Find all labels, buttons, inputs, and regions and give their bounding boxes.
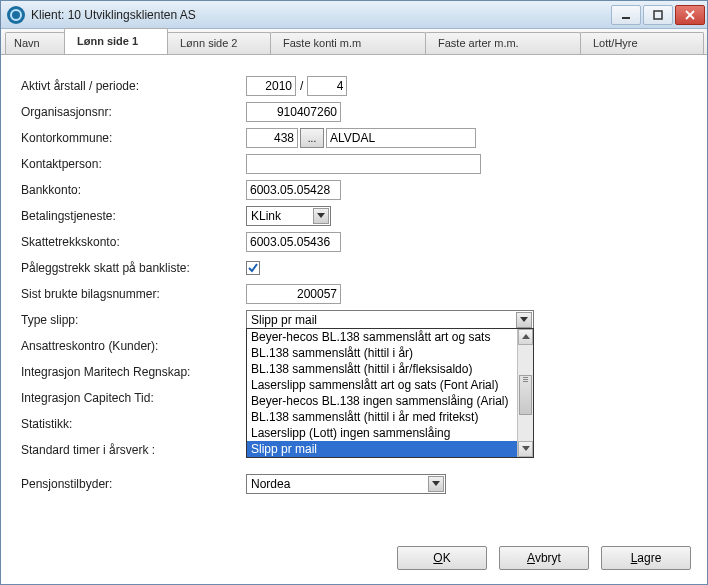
chevron-down-icon	[428, 476, 444, 492]
label-orgnr: Organisasjonsnr:	[21, 105, 246, 119]
label-sist-brukte-bilagsnr: Sist brukte bilagsnummer:	[21, 287, 246, 301]
dropdown-option-selected[interactable]: Slipp pr mail	[247, 441, 533, 457]
kontaktperson-field[interactable]	[246, 154, 481, 174]
svg-marker-9	[432, 481, 440, 486]
app-icon	[7, 6, 25, 24]
dropdown-option[interactable]: Beyer-hecos BL.138 ingen sammenslåing (A…	[247, 393, 533, 409]
tab-faste-konti[interactable]: Faste konti m.m	[270, 32, 426, 54]
scroll-track[interactable]	[518, 345, 533, 441]
tab-lonn-side-2[interactable]: Lønn side 2	[167, 32, 271, 54]
label-integrasjon-maritech: Integrasjon Maritech Regnskap:	[21, 365, 246, 379]
tab-bar: Navn Lønn side 1 Lønn side 2 Faste konti…	[1, 29, 707, 55]
label-pensjonstilbyder: Pensjonstilbyder:	[21, 477, 246, 491]
label-bankkonto: Bankkonto:	[21, 183, 246, 197]
lagre-button[interactable]: Lagre	[601, 546, 691, 570]
dropdown-option[interactable]: Laserslipp sammenslått art og sats (Font…	[247, 377, 533, 393]
minimize-button[interactable]	[611, 5, 641, 25]
chevron-down-icon	[516, 312, 532, 328]
titlebar: Klient: 10 Utviklingsklienten AS	[1, 1, 707, 29]
label-kontaktperson: Kontaktperson:	[21, 157, 246, 171]
betalingstjeneste-select[interactable]: KLink	[246, 206, 331, 226]
tab-navn[interactable]: Navn	[5, 32, 65, 54]
avbryt-button[interactable]: Avbryt	[499, 546, 589, 570]
type-slipp-dropdown-list[interactable]: Beyer-hecos BL.138 sammenslått art og sa…	[246, 328, 534, 458]
svg-point-0	[11, 10, 21, 20]
pensjonstilbyder-select[interactable]: Nordea	[246, 474, 446, 494]
label-standard-timer: Standard timer i årsverk :	[21, 443, 246, 457]
dropdown-option[interactable]: BL.138 sammenslått (hittil i år med frit…	[247, 409, 533, 425]
label-kontorkommune: Kontorkommune:	[21, 131, 246, 145]
dropdown-option[interactable]: Laserslipp (Lott) ingen sammenslåing	[247, 425, 533, 441]
svg-rect-1	[622, 17, 630, 19]
chevron-down-icon	[313, 208, 329, 224]
period-separator: /	[300, 79, 303, 93]
label-aktivt-arstall: Aktivt årstall / periode:	[21, 79, 246, 93]
maximize-button[interactable]	[643, 5, 673, 25]
svg-marker-8	[522, 446, 530, 451]
kommunenavn-field[interactable]	[326, 128, 476, 148]
label-statistikk: Statistikk:	[21, 417, 246, 431]
pensjonstilbyder-value: Nordea	[251, 477, 290, 491]
scroll-up-icon[interactable]	[518, 329, 533, 345]
period-field[interactable]	[307, 76, 347, 96]
tab-lonn-side-1[interactable]: Lønn side 1	[64, 28, 168, 54]
label-betalingstjeneste: Betalingstjeneste:	[21, 209, 246, 223]
type-slipp-value: Slipp pr mail	[251, 313, 317, 327]
scroll-down-icon[interactable]	[518, 441, 533, 457]
close-button[interactable]	[675, 5, 705, 25]
svg-rect-2	[654, 11, 662, 19]
bankkonto-field[interactable]	[246, 180, 341, 200]
kommune-lookup-button[interactable]: ...	[300, 128, 324, 148]
dropdown-option[interactable]: BL.138 sammenslått (hittil i år/fleksisa…	[247, 361, 533, 377]
label-ansattreskontro: Ansattreskontro (Kunder):	[21, 339, 246, 353]
svg-marker-7	[522, 334, 530, 339]
type-slipp-select[interactable]: Slipp pr mail	[246, 310, 534, 330]
sist-brukte-field[interactable]	[246, 284, 341, 304]
form-area: Aktivt årstall / periode: / Organisasjon…	[1, 55, 707, 536]
window-title: Klient: 10 Utviklingsklienten AS	[31, 8, 611, 22]
label-paleggstrekk: Påleggstrekk skatt på bankliste:	[21, 261, 246, 275]
tab-faste-arter[interactable]: Faste arter m.m.	[425, 32, 581, 54]
label-integrasjon-capitech: Integrasjon Capitech Tid:	[21, 391, 246, 405]
ok-button[interactable]: OK	[397, 546, 487, 570]
label-skattetrekkskonto: Skattetrekkskonto:	[21, 235, 246, 249]
kommunenr-field[interactable]	[246, 128, 298, 148]
svg-marker-6	[520, 317, 528, 322]
scroll-thumb[interactable]	[519, 375, 532, 415]
label-type-slipp: Type slipp:	[21, 313, 246, 327]
orgnr-field[interactable]	[246, 102, 341, 122]
dialog-button-bar: OK Avbryt Lagre	[1, 536, 707, 584]
paleggstrekk-checkbox[interactable]	[246, 261, 260, 275]
skattetrekkskonto-field[interactable]	[246, 232, 341, 252]
betalingstjeneste-value: KLink	[251, 209, 281, 223]
dropdown-option[interactable]: Beyer-hecos BL.138 sammenslått art og sa…	[247, 329, 533, 345]
dropdown-option[interactable]: BL.138 sammenslått (hittil i år)	[247, 345, 533, 361]
svg-marker-5	[317, 213, 325, 218]
dropdown-scrollbar[interactable]	[517, 329, 533, 457]
tab-lott-hyre[interactable]: Lott/Hyre	[580, 32, 704, 54]
year-field[interactable]	[246, 76, 296, 96]
